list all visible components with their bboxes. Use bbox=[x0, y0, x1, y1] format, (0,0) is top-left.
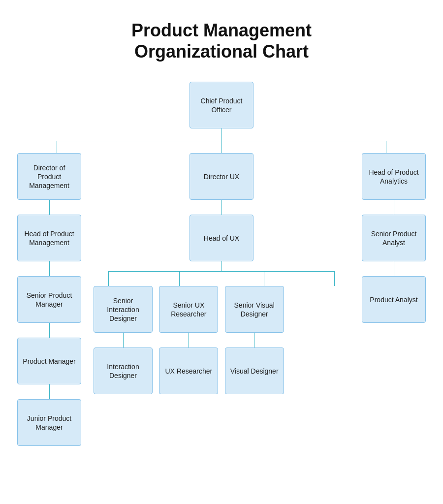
mid-drop-line bbox=[222, 141, 222, 153]
id-node: Interaction Designer bbox=[94, 347, 153, 394]
junior-pm-node: Junior Product Manager bbox=[17, 399, 81, 446]
right-vert-conn-2 bbox=[394, 261, 394, 276]
four-top-vert bbox=[222, 261, 222, 271]
vd-node: Visual Designer bbox=[225, 347, 284, 394]
right-vert-conn-1 bbox=[394, 200, 394, 215]
senior-vd-node: Senior Visual Designer bbox=[225, 286, 284, 333]
top-vert-line bbox=[222, 128, 222, 141]
middle-column: Director UX Head of UX Senior Interactio… bbox=[89, 153, 354, 394]
pm-node: Product Manager bbox=[17, 338, 81, 384]
uxr-vert-conn bbox=[189, 333, 189, 347]
analyst-node: Product Analyst bbox=[362, 276, 426, 323]
four-drop-3 bbox=[264, 271, 264, 286]
left-column: Director of Product Management Head of P… bbox=[10, 153, 89, 446]
senior-analyst-node: Senior Product Analyst bbox=[362, 215, 426, 261]
senior-id-column: Senior Interaction Designer Interaction … bbox=[94, 286, 153, 394]
vert-conn-1 bbox=[49, 200, 50, 215]
four-drop-1 bbox=[108, 271, 109, 286]
senior-id-node: Senior Interaction Designer bbox=[94, 286, 153, 333]
mid-vert-conn-1 bbox=[222, 200, 222, 215]
main-columns: Director of Product Management Head of P… bbox=[10, 153, 433, 446]
senior-vd-column: Senior Visual Designer Visual Designer bbox=[225, 286, 284, 394]
vd-vert-conn bbox=[254, 333, 254, 347]
cpo-node: Chief Product Officer bbox=[190, 82, 253, 128]
head-ux-node: Head of UX bbox=[190, 215, 253, 261]
four-drop-4 bbox=[334, 271, 335, 286]
left-drop-line bbox=[57, 141, 57, 153]
page-title: Product Management Organizational Chart bbox=[131, 20, 312, 62]
three-branch-connector bbox=[10, 128, 433, 153]
vert-conn-4 bbox=[49, 384, 50, 399]
vert-conn-2 bbox=[49, 261, 50, 276]
mid-sub-row: Senior Interaction Designer Interaction … bbox=[94, 286, 349, 394]
right-drop-line bbox=[386, 141, 386, 153]
head-pm-node: Head of Product Management bbox=[17, 215, 81, 261]
org-chart: Chief Product Officer Director of Produc… bbox=[10, 82, 433, 446]
right-column: Head of Product Analytics Senior Product… bbox=[354, 153, 433, 323]
vert-conn-3 bbox=[49, 323, 50, 338]
senior-pm-node: Senior Product Manager bbox=[17, 276, 81, 323]
ux-researcher-node: UX Researcher bbox=[159, 347, 218, 394]
head-analytics-node: Head of Product Analytics bbox=[362, 153, 426, 200]
cpo-column: Chief Product Officer bbox=[190, 82, 253, 128]
director-ux-node: Director UX bbox=[190, 153, 253, 200]
four-horiz bbox=[108, 271, 335, 272]
four-drop-2 bbox=[179, 271, 180, 286]
four-branch-connector bbox=[94, 261, 349, 286]
senior-ux-researcher-column: Senior UX Researcher UX Researcher bbox=[159, 286, 218, 394]
director-pm-node: Director of Product Management bbox=[17, 153, 81, 200]
senior-ux-researcher-node: Senior UX Researcher bbox=[159, 286, 218, 333]
id-vert-conn bbox=[123, 333, 124, 347]
